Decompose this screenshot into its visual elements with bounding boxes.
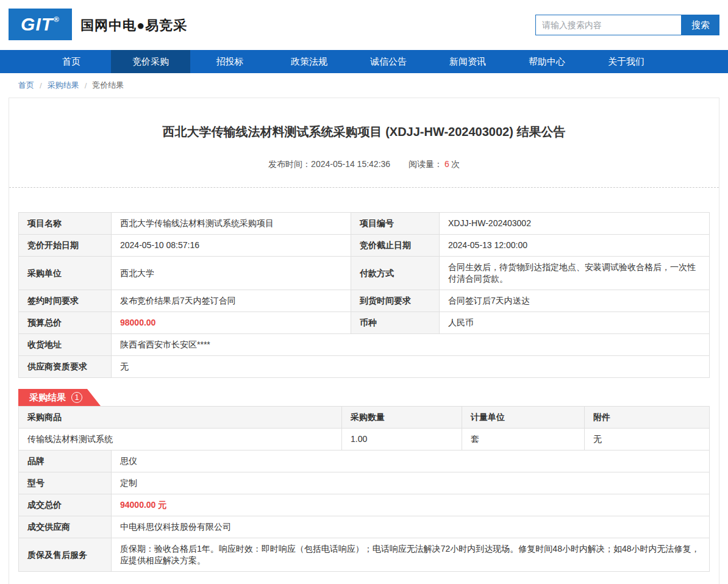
announcement-meta: 发布时间：2024-05-14 15:42:36阅读量：6次 [18, 159, 710, 170]
model-value: 定制 [112, 472, 710, 494]
dashed-divider [9, 187, 719, 188]
attachment-cell: 无 [585, 429, 710, 450]
bid-start-value: 2024-05-10 08:57:16 [112, 235, 351, 257]
unit-cell: 套 [462, 429, 585, 450]
nav-item-about-us[interactable]: 关于我们 [587, 50, 666, 73]
nav-item-home[interactable]: 首页 [32, 50, 111, 73]
purchaser-label: 采购单位 [19, 257, 112, 290]
sign-time-value: 发布竞价结果后7天内签订合同 [112, 290, 351, 312]
sign-time-label: 签约时间要求 [19, 290, 112, 312]
views-label: 阅读量： [409, 159, 443, 169]
result-detail-table: 品牌 思仪 型号 定制 成交总价 94000.00 元 成交供应商 中电科思仪科… [18, 450, 710, 572]
table-row: 品牌 思仪 [19, 450, 710, 472]
breadcrumb-separator: / [85, 81, 87, 90]
product-column-header: 采购商品 [19, 407, 342, 429]
delivery-time-value: 合同签订后7天内送达 [440, 290, 710, 312]
table-row: 收货地址 陕西省西安市长安区**** [19, 334, 710, 356]
table-row: 签约时间要求 发布竞价结果后7天内签订合同 到货时间要求 合同签订后7天内送达 [19, 290, 710, 312]
winning-supplier-value: 中电科思仪科技股份有限公司 [112, 516, 710, 538]
currency-value: 人民币 [440, 312, 710, 334]
logo[interactable]: GIT® [9, 9, 72, 40]
site-header: GIT® 国网中电●易竞采 搜索 [0, 0, 728, 50]
bid-end-label: 竞价截止日期 [351, 235, 440, 257]
model-label: 型号 [19, 472, 112, 494]
budget-value: 98000.00 [112, 312, 351, 334]
quantity-column-header: 采购数量 [342, 407, 462, 429]
warranty-label: 质保及售后服务 [19, 538, 112, 572]
brand-label: 品牌 [19, 450, 112, 472]
bid-start-label: 竞价开始日期 [19, 235, 112, 257]
main-nav: 首页 竞价采购 招投标 政策法规 诚信公告 新闻资讯 帮助中心 关于我们 [0, 50, 728, 73]
result-badge-row: 采购结果 1 [18, 389, 710, 406]
delivery-address-value: 陕西省西安市长安区**** [112, 334, 710, 356]
search-input[interactable] [535, 15, 682, 35]
nav-item-bidding-purchase[interactable]: 竞价采购 [111, 50, 190, 73]
winning-supplier-label: 成交供应商 [19, 516, 112, 538]
supplier-qualification-label: 供应商资质要求 [19, 356, 112, 378]
bid-end-value: 2024-05-13 12:00:00 [440, 235, 710, 257]
table-row: 质保及售后服务 质保期：验收合格后1年。响应时效：即时响应（包括电话响应）；电话… [19, 538, 710, 572]
deal-price-label: 成交总价 [19, 494, 112, 516]
breadcrumb: 首页 / 采购结果 / 竞价结果 [18, 80, 728, 91]
table-row: 传输线法材料测试系统 1.00 套 无 [19, 429, 710, 450]
search-button[interactable]: 搜索 [682, 15, 719, 35]
budget-label: 预算总价 [19, 312, 112, 334]
announcement-card: 西北大学传输线法材料测试系统采购项目 (XDJJ-HW-202403002) 结… [9, 98, 719, 584]
nav-item-help-center[interactable]: 帮助中心 [507, 50, 587, 73]
search-bar: 搜索 [535, 15, 719, 35]
supplier-qualification-value: 无 [112, 356, 710, 378]
payment-method-value: 合同生效后，待货物到达指定地点、安装调试验收合格后，一次性付清合同货款。 [440, 257, 710, 290]
quantity-cell: 1.00 [342, 429, 462, 450]
project-name-label: 项目名称 [19, 213, 112, 235]
breadcrumb-current: 竞价结果 [92, 80, 124, 91]
table-row: 竞价开始日期 2024-05-10 08:57:16 竞价截止日期 2024-0… [19, 235, 710, 257]
table-row: 成交总价 94000.00 元 [19, 494, 710, 516]
payment-method-label: 付款方式 [351, 257, 440, 290]
publish-time-label: 发布时间： [268, 159, 311, 169]
breadcrumb-home[interactable]: 首页 [18, 80, 34, 91]
views-count: 6 [444, 159, 449, 169]
table-row: 型号 定制 [19, 472, 710, 494]
purchase-result-badge-label: 采购结果 [29, 392, 66, 404]
logo-text: GIT® [21, 14, 60, 35]
breadcrumb-separator: / [40, 81, 42, 90]
nav-item-tender[interactable]: 招投标 [190, 50, 269, 73]
brand-value: 思仪 [112, 450, 710, 472]
deal-price-value: 94000.00 元 [112, 494, 710, 516]
project-code-value: XDJJ-HW-202403002 [440, 213, 710, 235]
table-row: 供应商资质要求 无 [19, 356, 710, 378]
page-title: 西北大学传输线法材料测试系统采购项目 (XDJJ-HW-202403002) 结… [18, 124, 710, 140]
result-product-table: 采购商品 采购数量 计量单位 附件 传输线法材料测试系统 1.00 套 无 [18, 406, 710, 450]
nav-item-news[interactable]: 新闻资讯 [428, 50, 507, 73]
publish-time-value: 2024-05-14 15:42:36 [311, 159, 390, 169]
project-name-value: 西北大学传输线法材料测试系统采购项目 [112, 213, 351, 235]
unit-column-header: 计量单位 [462, 407, 585, 429]
delivery-time-label: 到货时间要求 [351, 290, 440, 312]
breadcrumb-purchase-results[interactable]: 采购结果 [48, 80, 79, 91]
table-row: 成交供应商 中电科思仪科技股份有限公司 [19, 516, 710, 538]
table-header-row: 采购商品 采购数量 计量单位 附件 [19, 407, 710, 429]
result-count-badge: 1 [71, 392, 82, 403]
project-info-table: 项目名称 西北大学传输线法材料测试系统采购项目 项目编号 XDJJ-HW-202… [18, 212, 710, 378]
table-row: 项目名称 西北大学传输线法材料测试系统采购项目 项目编号 XDJJ-HW-202… [19, 213, 710, 235]
nav-item-integrity-notice[interactable]: 诚信公告 [349, 50, 428, 73]
delivery-address-label: 收货地址 [19, 334, 112, 356]
site-name: 国网中电●易竞采 [80, 16, 187, 35]
registered-trademark-icon: ® [54, 15, 60, 24]
nav-item-policy[interactable]: 政策法规 [269, 50, 349, 73]
project-code-label: 项目编号 [351, 213, 440, 235]
attachment-column-header: 附件 [585, 407, 710, 429]
views-unit: 次 [451, 159, 460, 169]
table-row: 预算总价 98000.00 币种 人民币 [19, 312, 710, 334]
warranty-value: 质保期：验收合格后1年。响应时效：即时响应（包括电话响应）；电话响应无法解决72… [112, 538, 710, 572]
purchase-result-badge: 采购结果 1 [18, 389, 101, 406]
purchaser-value: 西北大学 [112, 257, 351, 290]
table-row: 采购单位 西北大学 付款方式 合同生效后，待货物到达指定地点、安装调试验收合格后… [19, 257, 710, 290]
product-name-cell: 传输线法材料测试系统 [19, 429, 342, 450]
currency-label: 币种 [351, 312, 440, 334]
